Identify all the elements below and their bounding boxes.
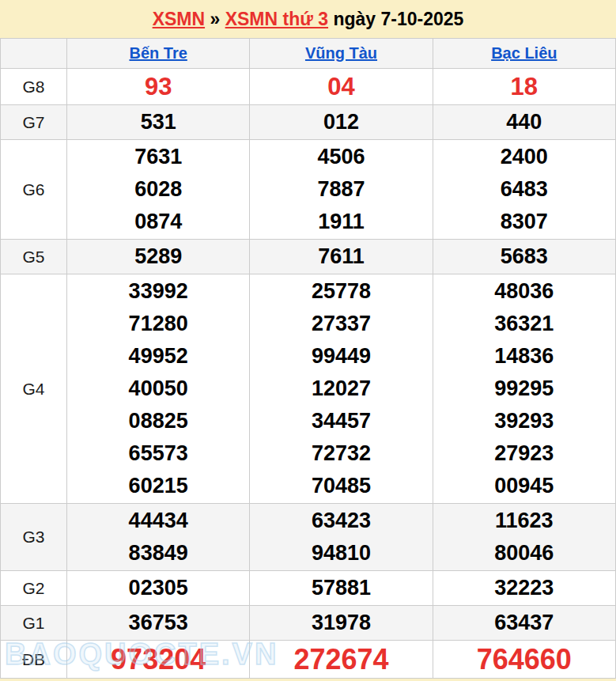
prize-number: 70485 bbox=[250, 470, 432, 502]
cell-g6-vung-tau: 450678871911 bbox=[250, 140, 433, 240]
prize-number: 8307 bbox=[433, 206, 615, 238]
prize-row-g4: G433992712804995240050088256557360215257… bbox=[1, 274, 616, 504]
prize-number: 93 bbox=[67, 70, 249, 104]
prize-row-g6: G6763160280874450678871911240064838307 bbox=[1, 140, 616, 240]
prize-number: 973204 bbox=[67, 641, 249, 677]
cell-g8-vung-tau: 04 bbox=[250, 69, 433, 105]
cell-g7-ben-tre: 531 bbox=[67, 105, 250, 140]
cell-g3-bac-lieu: 1162380046 bbox=[433, 504, 615, 571]
prize-number: 80046 bbox=[433, 537, 615, 569]
prize-number: 7887 bbox=[250, 173, 432, 206]
prize-number: 04 bbox=[250, 70, 432, 104]
cell-g5-vung-tau: 7611 bbox=[250, 240, 433, 274]
cell-g8-ben-tre: 93 bbox=[67, 69, 250, 105]
prize-number: 40050 bbox=[67, 373, 249, 405]
column-link-bac-lieu[interactable]: Bạc Liêu bbox=[491, 44, 557, 62]
prize-number: 2400 bbox=[433, 141, 615, 173]
header-row: Bến TreVũng TàuBạc Liêu bbox=[1, 39, 616, 69]
prize-number: 531 bbox=[67, 106, 249, 138]
prize-row-g7: G7531012440 bbox=[1, 105, 616, 140]
prize-number: 72732 bbox=[250, 437, 432, 470]
lottery-results-page: XSMN » XSMN thứ 3 ngày 7-10-2025 Bến Tre… bbox=[0, 0, 616, 681]
prize-label-g8: G8 bbox=[1, 69, 67, 105]
title-bar: XSMN » XSMN thứ 3 ngày 7-10-2025 bbox=[0, 0, 616, 38]
cell-db-vung-tau: 272674 bbox=[250, 641, 433, 679]
prize-number: 39293 bbox=[433, 405, 615, 437]
prize-number: 27923 bbox=[433, 437, 615, 470]
prize-number: 44434 bbox=[67, 505, 249, 537]
prize-number: 63423 bbox=[250, 505, 432, 537]
cell-g6-bac-lieu: 240064838307 bbox=[433, 140, 615, 240]
prize-number: 18 bbox=[433, 70, 615, 104]
prize-number: 5289 bbox=[67, 240, 249, 273]
prize-number: 71280 bbox=[67, 308, 249, 340]
prize-number: 02305 bbox=[67, 572, 249, 604]
prize-label-g4: G4 bbox=[1, 274, 67, 504]
prize-number: 6028 bbox=[67, 173, 249, 206]
prize-label-db: ĐB bbox=[1, 641, 67, 679]
title-date: ngày 7-10-2025 bbox=[328, 9, 463, 30]
cell-db-ben-tre: 973204 bbox=[67, 641, 250, 679]
prize-number: 34457 bbox=[250, 405, 432, 437]
prize-label-g7: G7 bbox=[1, 105, 67, 140]
prize-number: 99295 bbox=[433, 373, 615, 405]
prize-number: 25778 bbox=[250, 275, 432, 308]
cell-g7-bac-lieu: 440 bbox=[433, 105, 615, 140]
results-table: Bến TreVũng TàuBạc Liêu G8930418G7531012… bbox=[0, 38, 616, 679]
prize-number: 99449 bbox=[250, 340, 432, 373]
prize-number: 83849 bbox=[67, 537, 249, 569]
prize-number: 65573 bbox=[67, 437, 249, 470]
cell-g5-ben-tre: 5289 bbox=[67, 240, 250, 274]
prize-number: 36753 bbox=[67, 607, 249, 639]
prize-number: 440 bbox=[433, 106, 615, 138]
prize-row-g8: G8930418 bbox=[1, 69, 616, 105]
prize-number: 11623 bbox=[433, 505, 615, 537]
cell-db-bac-lieu: 764660 bbox=[433, 641, 615, 679]
xsmn-day-link[interactable]: XSMN thứ 3 bbox=[225, 9, 328, 30]
prize-label-g3: G3 bbox=[1, 504, 67, 571]
prize-number: 4506 bbox=[250, 141, 432, 173]
cell-g3-vung-tau: 6342394810 bbox=[250, 504, 433, 571]
cell-g3-ben-tre: 4443483849 bbox=[67, 504, 250, 571]
column-link-ben-tre[interactable]: Bến Tre bbox=[129, 44, 187, 62]
prize-number: 57881 bbox=[250, 572, 432, 604]
prize-label-g1: G1 bbox=[1, 606, 67, 641]
prize-row-g5: G5528976115683 bbox=[1, 240, 616, 274]
prize-number: 0874 bbox=[67, 206, 249, 238]
prize-number: 49952 bbox=[67, 340, 249, 373]
prize-number: 764660 bbox=[433, 641, 615, 677]
prize-number: 94810 bbox=[250, 537, 432, 569]
prize-label-g6: G6 bbox=[1, 140, 67, 240]
cell-g4-bac-lieu: 48036363211483699295392932792300945 bbox=[433, 274, 615, 504]
cell-g6-ben-tre: 763160280874 bbox=[67, 140, 250, 240]
prize-label-g5: G5 bbox=[1, 240, 67, 274]
prize-number: 32223 bbox=[433, 572, 615, 604]
cell-g5-bac-lieu: 5683 bbox=[433, 240, 615, 274]
column-header-bac-lieu: Bạc Liêu bbox=[433, 39, 615, 69]
column-link-vung-tau[interactable]: Vũng Tàu bbox=[305, 44, 377, 62]
prize-number: 36321 bbox=[433, 308, 615, 340]
prize-number: 12027 bbox=[250, 373, 432, 405]
xsmn-link[interactable]: XSMN bbox=[153, 9, 205, 30]
corner-cell bbox=[1, 39, 67, 69]
prize-row-db: ĐB973204272674764660 bbox=[1, 641, 616, 679]
prize-number: 1911 bbox=[250, 206, 432, 238]
column-header-ben-tre: Bến Tre bbox=[67, 39, 250, 69]
prize-row-g1: G1367533197863437 bbox=[1, 606, 616, 641]
title-separator: » bbox=[205, 9, 225, 30]
prize-number: 33992 bbox=[67, 275, 249, 308]
prize-number: 14836 bbox=[433, 340, 615, 373]
cell-g4-ben-tre: 33992712804995240050088256557360215 bbox=[67, 274, 250, 504]
prize-row-g2: G2023055788132223 bbox=[1, 571, 616, 606]
column-header-vung-tau: Vũng Tàu bbox=[250, 39, 433, 69]
prize-number: 63437 bbox=[433, 607, 615, 639]
cell-g2-vung-tau: 57881 bbox=[250, 571, 433, 606]
prize-number: 27337 bbox=[250, 308, 432, 340]
prize-number: 5683 bbox=[433, 240, 615, 273]
cell-g2-bac-lieu: 32223 bbox=[433, 571, 615, 606]
prize-row-g3: G3444348384963423948101162380046 bbox=[1, 504, 616, 571]
prize-number: 00945 bbox=[433, 470, 615, 502]
cell-g7-vung-tau: 012 bbox=[250, 105, 433, 140]
prize-number: 012 bbox=[250, 106, 432, 138]
prize-number: 08825 bbox=[67, 405, 249, 437]
